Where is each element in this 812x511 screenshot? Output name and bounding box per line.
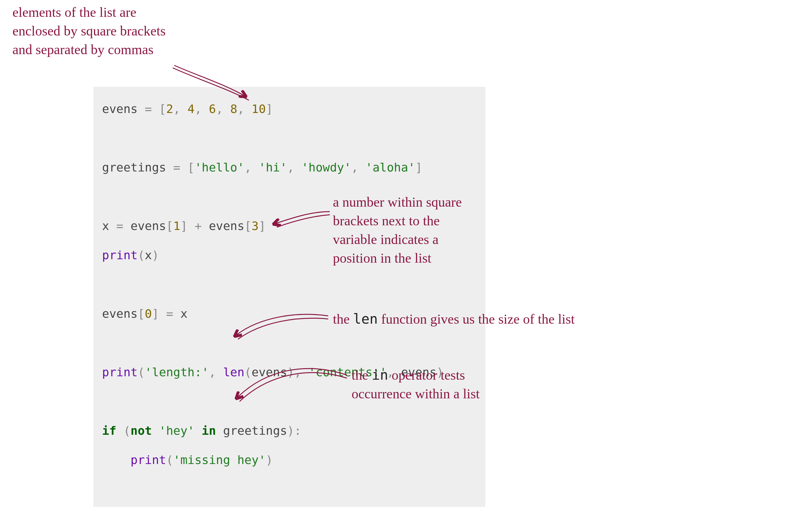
annotation-in: the in operator tests occurrence within …	[352, 366, 480, 403]
tok-eq: =	[166, 161, 187, 174]
tok-rbracket: ]	[180, 219, 187, 233]
tok-num: 2	[166, 102, 173, 116]
tok-rbracket: ]	[259, 219, 266, 233]
diagram-stage: evens = [2, 4, 6, 8, 10] greetings = ['h…	[0, 0, 812, 511]
tok-lparen: (	[138, 365, 145, 379]
tok-str: 'length:'	[145, 365, 209, 379]
tok-lbracket: [	[187, 161, 195, 174]
annotation-len-pre: the	[333, 312, 353, 327]
code-line-13: print('missing hey')	[102, 453, 273, 467]
tok-rbracket: ]	[415, 161, 423, 174]
tok-lparen: (	[166, 453, 173, 467]
tok-comma: ,	[237, 102, 252, 116]
code-line-1: evens = [2, 4, 6, 8, 10]	[102, 102, 273, 116]
code-line-5: x = evens[1] + evens[3]	[102, 219, 266, 233]
tok-lbracket: [	[159, 102, 166, 116]
annotation-len: the len function gives us the size of th…	[333, 310, 575, 329]
tok-rparen: )	[266, 453, 273, 467]
tok-indent	[102, 453, 130, 467]
tok-space	[195, 424, 202, 437]
tok-var: greetings	[223, 424, 287, 437]
tok-lbracket: [	[244, 219, 252, 233]
code-line-3: greetings = ['hello', 'hi', 'howdy', 'al…	[102, 161, 423, 174]
tok-rbracket: ]	[152, 307, 159, 320]
tok-str: 'missing hey'	[173, 453, 266, 467]
tok-comma: ,	[351, 161, 366, 174]
tok-comma: ,	[195, 102, 209, 116]
annotation-index: a number within square brackets next to …	[333, 193, 462, 267]
annotation-list-brackets: elements of the list are enclosed by squ…	[12, 3, 166, 59]
tok-kw-in: in	[202, 424, 216, 437]
tok-num: 8	[230, 102, 237, 116]
tok-plus: +	[187, 219, 209, 233]
tok-comma: ,	[173, 102, 187, 116]
tok-eq: =	[109, 219, 130, 233]
tok-num: 6	[209, 102, 216, 116]
tok-rparen: )	[152, 248, 159, 262]
tok-eq: =	[138, 102, 159, 116]
tok-lparen: (	[123, 424, 130, 437]
code-block: evens = [2, 4, 6, 8, 10] greetings = ['h…	[93, 87, 485, 507]
tok-comma: ,	[287, 161, 301, 174]
tok-num: 3	[252, 219, 259, 233]
tok-rparen: )	[287, 365, 294, 379]
tok-str: 'hey'	[159, 424, 195, 437]
tok-comma: ,	[294, 365, 309, 379]
tok-comma: ,	[209, 365, 223, 379]
code-line-8: evens[0] = x	[102, 307, 187, 320]
tok-num: 1	[173, 219, 180, 233]
tok-fn-print: print	[102, 365, 138, 379]
tok-var: evens	[209, 219, 244, 233]
tok-fn-print: print	[102, 248, 138, 262]
tok-eq: =	[159, 307, 180, 320]
tok-str: 'howdy'	[301, 161, 351, 174]
tok-str: 'aloha'	[366, 161, 415, 174]
tok-lparen: (	[244, 365, 252, 379]
annotation-in-pre: the	[352, 368, 372, 383]
tok-var: x	[180, 307, 187, 320]
code-line-6: print(x)	[102, 248, 159, 262]
tok-comma: ,	[244, 161, 259, 174]
tok-num: 10	[252, 102, 266, 116]
tok-str: 'hi'	[259, 161, 287, 174]
tok-var: evens	[102, 307, 138, 320]
tok-lbracket: [	[138, 307, 145, 320]
tok-var: evens	[251, 365, 287, 379]
tok-str: 'hello'	[195, 161, 244, 174]
tok-rparen: )	[287, 424, 294, 437]
tok-fn-print: print	[130, 453, 166, 467]
tok-num: 0	[145, 307, 152, 320]
tok-kw-not: not	[130, 424, 152, 437]
tok-space	[116, 424, 123, 437]
tok-fn-len: len	[223, 365, 244, 379]
annotation-len-post: function gives us the size of the list	[378, 312, 575, 327]
tok-var: x	[145, 248, 152, 262]
tok-space	[152, 424, 159, 437]
tok-space	[216, 424, 223, 437]
tok-var: greetings	[102, 161, 166, 174]
tok-var: x	[102, 219, 109, 233]
tok-lbracket: [	[166, 219, 173, 233]
annotation-len-code: len	[353, 311, 378, 327]
tok-lparen: (	[138, 248, 145, 262]
tok-comma: ,	[216, 102, 230, 116]
tok-colon: :	[294, 424, 301, 437]
tok-kw-if: if	[102, 424, 116, 437]
annotation-in-code: in	[372, 367, 388, 383]
tok-var: evens	[102, 102, 138, 116]
tok-num: 4	[187, 102, 195, 116]
code-line-12: if (not 'hey' in greetings):	[102, 424, 301, 437]
tok-rbracket: ]	[266, 102, 273, 116]
tok-var: evens	[130, 219, 166, 233]
